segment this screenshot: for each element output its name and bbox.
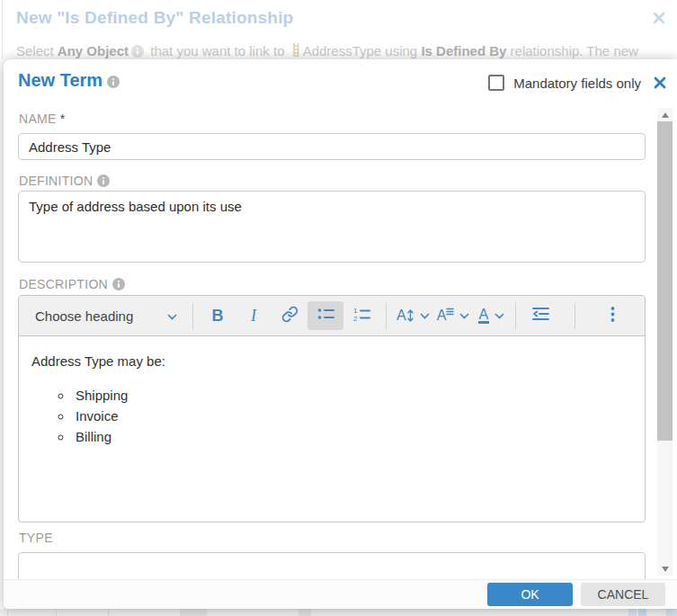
bold-button[interactable]: B	[200, 301, 236, 330]
link-button[interactable]	[272, 301, 307, 330]
description-editable-area[interactable]: Address Type may be: Shipping Invoice Bi…	[19, 336, 645, 522]
modal-scrollbar	[657, 108, 673, 576]
object-name-label: AddressType	[303, 43, 382, 58]
list-item: Invoice	[73, 408, 634, 424]
sentence-part: that you want to link to	[147, 43, 289, 58]
name-label-text: NAME	[19, 112, 57, 126]
scroll-down-button[interactable]	[657, 562, 673, 576]
svg-text:2: 2	[353, 315, 358, 322]
font-size-icon: A	[396, 308, 406, 324]
definition-textarea[interactable]: Type of address based upon its use	[18, 191, 646, 263]
font-family-button[interactable]: A	[433, 301, 474, 330]
info-icon	[107, 72, 120, 85]
modal-title: New Term	[18, 70, 120, 91]
name-label: NAME*	[19, 112, 65, 126]
toolbar-separator	[575, 303, 575, 329]
font-color-icon: A	[478, 308, 490, 324]
background-dialog-text: Select Any Object that you want to link …	[16, 42, 638, 60]
updown-arrow-icon	[406, 308, 414, 323]
sentence-part: Select	[16, 43, 58, 58]
description-paragraph: Address Type may be:	[31, 353, 634, 369]
description-bullet-list: Shipping Invoice Billing	[30, 388, 634, 444]
italic-button[interactable]: I	[236, 301, 272, 330]
sentence-part: relationship. The new	[506, 43, 637, 58]
type-label: TYPE	[19, 531, 53, 545]
description-label-text: DESCRIPTION	[19, 277, 108, 291]
close-icon[interactable]	[654, 76, 666, 89]
scroll-up-button[interactable]	[657, 108, 673, 121]
svg-text:1: 1	[353, 307, 358, 315]
font-size-button[interactable]: A	[393, 301, 433, 330]
sentence-part: using	[381, 43, 421, 58]
modal-header-right: Mandatory fields only	[488, 75, 666, 91]
triangle-up-icon	[662, 112, 669, 118]
chevron-down-icon	[420, 308, 430, 324]
list-item: Shipping	[73, 388, 634, 403]
type-label-text: TYPE	[19, 531, 53, 545]
font-family-icon: A	[437, 308, 447, 324]
description-label: DESCRIPTION	[19, 277, 125, 291]
mandatory-fields-label: Mandatory fields only	[513, 76, 641, 91]
outdent-button[interactable]	[522, 301, 558, 330]
scrollbar-thumb[interactable]	[657, 121, 673, 441]
more-options-button[interactable]	[594, 301, 630, 330]
definition-label: DEFINITION	[19, 174, 110, 188]
kebab-icon	[610, 306, 615, 326]
bold-icon: B	[212, 307, 224, 326]
info-icon	[131, 45, 144, 60]
cancel-button[interactable]: CANCEL	[581, 583, 665, 606]
definition-label-text: DEFINITION	[19, 174, 93, 188]
background-dialog-title: New "Is Defined By" Relationship	[16, 8, 293, 28]
relationship-type-label: Is Defined By	[421, 43, 506, 58]
description-editor: Choose heading B I 12 A A	[18, 295, 646, 522]
heading-dropdown[interactable]: Choose heading	[26, 301, 186, 330]
toolbar-separator	[515, 303, 516, 329]
italic-icon: I	[251, 307, 256, 326]
chevron-down-icon	[459, 308, 469, 324]
triangle-down-icon	[662, 567, 669, 572]
chevron-down-icon	[167, 308, 177, 324]
new-term-modal: New Term Mandatory fields only NAME* DEF…	[4, 59, 677, 609]
editor-toolbar: Choose heading B I 12 A A	[19, 296, 645, 336]
modal-footer: OK CANCEL	[4, 579, 677, 609]
required-asterisk: *	[60, 112, 66, 126]
chevron-down-icon	[494, 308, 504, 324]
info-icon	[97, 174, 110, 187]
name-input[interactable]	[18, 133, 646, 160]
term-icon	[291, 42, 300, 60]
link-icon	[281, 306, 298, 326]
heading-dropdown-label: Choose heading	[35, 308, 133, 324]
background-divider	[2, 0, 3, 59]
lines-icon	[446, 308, 454, 317]
any-object-label: Any Object	[58, 43, 129, 58]
modal-title-text: New Term	[18, 70, 102, 90]
info-icon	[112, 278, 125, 290]
toolbar-separator	[386, 303, 387, 329]
mandatory-fields-checkbox[interactable]	[488, 75, 504, 91]
background-page-sliver	[0, 609, 677, 616]
numbered-list-icon: 12	[352, 307, 370, 326]
bulleted-list-icon	[316, 307, 334, 325]
font-color-button[interactable]: A	[473, 301, 509, 330]
list-item: Billing	[73, 429, 634, 444]
background-close-icon[interactable]	[653, 12, 665, 24]
numbered-list-button[interactable]: 12	[343, 301, 379, 330]
toolbar-separator	[192, 303, 193, 329]
outdent-icon	[531, 306, 549, 326]
bulleted-list-button[interactable]	[307, 301, 343, 330]
ok-button[interactable]: OK	[487, 583, 573, 606]
